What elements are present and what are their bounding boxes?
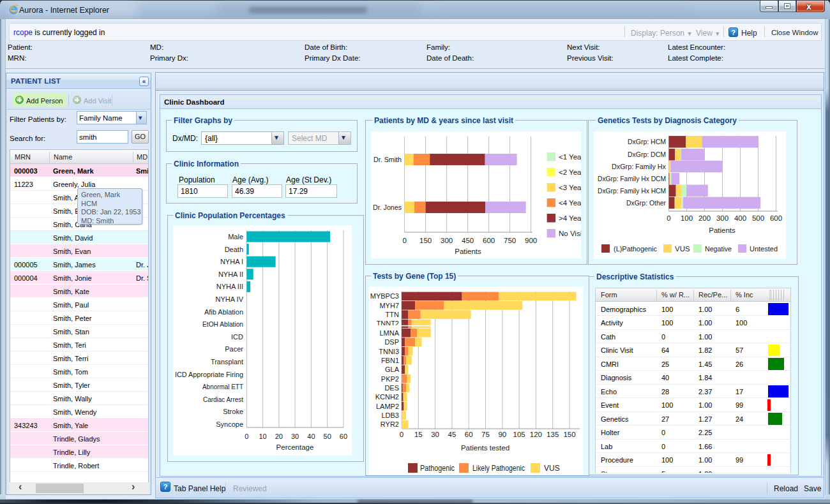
svg-text:Patients: Patients <box>709 226 736 234</box>
svg-text:ICD: ICD <box>231 333 243 341</box>
svg-text:90: 90 <box>498 431 506 438</box>
svg-text:Negative: Negative <box>705 245 732 253</box>
svg-text:105: 105 <box>513 431 525 438</box>
svg-text:120: 120 <box>530 431 542 438</box>
svg-text:900: 900 <box>525 237 537 244</box>
svg-text:600: 600 <box>770 214 782 222</box>
svg-text:60: 60 <box>340 433 347 440</box>
svg-text:40: 40 <box>307 433 315 440</box>
svg-text:DxGrp: Family Hx: DxGrp: Family Hx <box>612 163 666 170</box>
svg-text:Death: Death <box>225 246 243 253</box>
svg-text:LAMP2: LAMP2 <box>376 403 399 410</box>
svg-text:200: 200 <box>698 214 711 222</box>
svg-text:150: 150 <box>563 431 575 438</box>
svg-text:LDB3: LDB3 <box>381 411 399 419</box>
svg-text:45: 45 <box>448 431 456 438</box>
svg-text:0: 0 <box>667 214 670 222</box>
svg-text:DES: DES <box>384 384 399 392</box>
svg-text:Male: Male <box>228 233 243 241</box>
svg-text:ICD Appropriate Firing: ICD Appropriate Firing <box>175 371 243 378</box>
svg-text:<1 Year: <1 Year <box>559 153 581 161</box>
svg-text:>4 Years: >4 Years <box>559 214 581 222</box>
svg-text:MYBPC3: MYBPC3 <box>370 292 399 300</box>
svg-text:0: 0 <box>402 237 406 244</box>
svg-text:DxGrp: Family Hx HCM: DxGrp: Family Hx HCM <box>598 187 666 195</box>
svg-text:FBN1: FBN1 <box>381 357 399 364</box>
svg-text:EtOH Ablation: EtOH Ablation <box>202 320 243 328</box>
svg-text:15: 15 <box>414 431 423 438</box>
svg-text:Pacer: Pacer <box>225 345 243 353</box>
svg-text:300: 300 <box>441 237 453 244</box>
svg-text:0: 0 <box>400 431 404 438</box>
svg-text:NYHA III: NYHA III <box>216 283 243 290</box>
svg-text:Abnormal ETT: Abnormal ETT <box>202 383 243 390</box>
svg-text:20: 20 <box>275 433 283 440</box>
svg-text:TTN: TTN <box>386 311 399 318</box>
svg-text:LMNA: LMNA <box>379 329 399 337</box>
svg-text:DxGrp: Other: DxGrp: Other <box>626 199 666 207</box>
svg-text:TNNT2: TNNT2 <box>377 320 399 327</box>
svg-text:RYR2: RYR2 <box>381 420 399 428</box>
svg-text:500: 500 <box>752 214 764 222</box>
svg-text:300: 300 <box>716 214 728 222</box>
svg-text:NYHA II: NYHA II <box>218 271 243 278</box>
svg-text:(L)Pathogenic: (L)Pathogenic <box>614 245 657 253</box>
svg-text:DxGrp: Family Hx DCM: DxGrp: Family Hx DCM <box>598 175 666 182</box>
svg-text:50: 50 <box>324 433 331 440</box>
svg-text:KCNH2: KCNH2 <box>375 393 399 401</box>
svg-text:10: 10 <box>259 433 266 440</box>
svg-text:Transplant: Transplant <box>211 358 243 366</box>
svg-text:<2 Years: <2 Years <box>559 168 581 176</box>
svg-text:NYHA IV: NYHA IV <box>216 295 244 303</box>
svg-text:100: 100 <box>681 214 693 222</box>
svg-text:<4 Years: <4 Years <box>559 199 581 207</box>
svg-text:Likely Pathogenic: Likely Pathogenic <box>472 464 525 473</box>
svg-text:Percentage: Percentage <box>276 443 314 451</box>
svg-text:60: 60 <box>465 431 473 438</box>
svg-text:NYHA I: NYHA I <box>220 258 243 265</box>
svg-text:VUS: VUS <box>675 245 690 253</box>
svg-text:No Visit: No Visit <box>559 230 581 237</box>
svg-text:<3 Years: <3 Years <box>559 184 581 191</box>
svg-text:Pathogenic: Pathogenic <box>420 464 455 473</box>
svg-text:Dr. Smith: Dr. Smith <box>374 156 402 163</box>
svg-text:DxGrp: HCM: DxGrp: HCM <box>628 138 666 145</box>
svg-text:VUS: VUS <box>544 464 560 473</box>
svg-text:Cardiac Arrest: Cardiac Arrest <box>203 396 243 403</box>
svg-text:Dr. Jones: Dr. Jones <box>373 204 402 211</box>
svg-text:DSP: DSP <box>384 338 399 346</box>
svg-text:Syncope: Syncope <box>216 420 243 428</box>
svg-text:DxGrp: DCM: DxGrp: DCM <box>628 151 666 158</box>
svg-text:75: 75 <box>481 431 490 438</box>
svg-text:Afib Ablation: Afib Ablation <box>204 308 243 316</box>
svg-text:30: 30 <box>291 433 299 440</box>
svg-text:135: 135 <box>547 431 559 438</box>
svg-text:Stroke: Stroke <box>223 408 243 415</box>
svg-text:Untested: Untested <box>750 245 778 253</box>
svg-text:MYH7: MYH7 <box>379 302 399 309</box>
svg-text:Patients: Patients <box>455 248 481 255</box>
svg-text:30: 30 <box>431 431 439 438</box>
svg-text:Patients tested: Patients tested <box>461 444 509 452</box>
svg-text:TNNI3: TNNI3 <box>379 348 399 355</box>
svg-text:600: 600 <box>483 237 495 244</box>
svg-text:750: 750 <box>504 237 516 244</box>
svg-text:400: 400 <box>734 214 746 222</box>
svg-text:150: 150 <box>419 237 432 244</box>
svg-text:0: 0 <box>245 433 248 440</box>
svg-text:450: 450 <box>462 237 474 244</box>
svg-text:PKP2: PKP2 <box>381 375 399 383</box>
svg-text:GLA: GLA <box>385 366 400 373</box>
